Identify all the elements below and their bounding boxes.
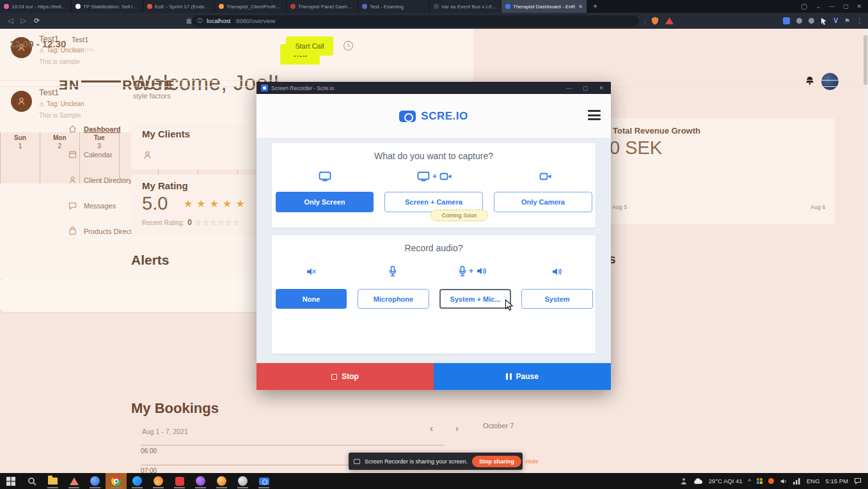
client-person-icon <box>142 150 153 160</box>
browser-tab[interactable]: EoE - Sprint 17 (Ends on Feb 6 <box>143 0 215 13</box>
logo-bar <box>81 81 121 82</box>
alert-note: This is Sample <box>39 112 81 119</box>
menu-icon[interactable] <box>588 110 601 120</box>
address-bar[interactable]: ⓘ localhost:8080/overview <box>191 15 639 27</box>
window-close-icon[interactable]: ✕ <box>856 3 862 10</box>
mic-plus-system-icon: + <box>459 265 486 277</box>
recorder-titlebar[interactable]: Screen Recorder - Scre.io — ▢ ✕ <box>256 82 611 94</box>
close-icon[interactable]: ✕ <box>599 85 604 91</box>
browser-tab[interactable]: Var as Event Bus v Life i Hap <box>430 0 501 13</box>
taskbar-app-triangle[interactable] <box>63 473 84 489</box>
tab-favicon <box>434 4 439 9</box>
extension-icon[interactable] <box>809 18 814 24</box>
taskbar-edge[interactable] <box>127 473 148 489</box>
browser-tab[interactable]: Test - Examing <box>358 0 430 13</box>
warning-extension-icon[interactable] <box>665 17 674 24</box>
tab-close-icon[interactable]: ✕ <box>578 4 583 10</box>
browser-menu-icon[interactable]: ⋮ <box>856 17 863 24</box>
browser-tab-bar: 10:24 eur - https://trello.co TP Stabili… <box>0 0 868 13</box>
tab-title: Therapist_ClientProfile - InFac <box>226 4 282 10</box>
tab-search-icon[interactable]: ⌄ <box>816 3 821 10</box>
calendar-icon <box>68 150 77 159</box>
audio-none-button[interactable]: None <box>276 289 347 309</box>
start-call-button[interactable]: Start Call <box>286 36 333 56</box>
language-indicator[interactable]: ENG <box>807 477 820 485</box>
recent-rating-label: Recent Rating: <box>142 219 184 226</box>
screio-logo-icon <box>399 111 416 122</box>
audio-system-mic-button[interactable]: System + Mic... <box>439 289 511 309</box>
pause-recording-button[interactable]: Pause <box>434 363 611 390</box>
stop-recording-button[interactable]: Stop <box>256 363 434 390</box>
window-minimize-icon[interactable]: — <box>829 3 835 10</box>
site-info-icon[interactable]: ⓘ <box>197 17 203 25</box>
pointer-extension-icon[interactable] <box>821 17 827 25</box>
tray-orange-icon[interactable] <box>768 478 774 484</box>
taskbar-chrome[interactable] <box>106 473 127 489</box>
alerts-heading: Alerts <box>131 252 170 268</box>
recent-rating-stars: ☆☆☆☆☆☆ <box>195 219 241 227</box>
extension-icon[interactable] <box>783 17 790 24</box>
weather-cloud-icon[interactable] <box>693 477 703 485</box>
only-camera-button[interactable]: Only Camera <box>494 192 592 212</box>
action-center-icon[interactable] <box>854 477 862 485</box>
audio-microphone-button[interactable]: Microphone <box>358 289 429 309</box>
window-restore-icon[interactable]: ▢ <box>843 3 849 10</box>
network-icon[interactable] <box>793 478 801 485</box>
warning-icon: ⚠ <box>39 101 44 107</box>
only-screen-button[interactable]: Only Screen <box>276 192 374 212</box>
recorder-header: SCRE.IO <box>256 94 611 139</box>
shield-extension-icon[interactable] <box>651 17 659 25</box>
forward-icon[interactable]: ▷ <box>20 17 26 25</box>
taskbar-app-red[interactable] <box>169 473 190 489</box>
start-button[interactable] <box>0 473 21 489</box>
minimize-icon[interactable]: — <box>566 85 572 91</box>
extension-icon[interactable] <box>796 18 802 24</box>
taskbar-search-icon[interactable] <box>21 473 42 489</box>
user-avatar[interactable] <box>821 73 839 90</box>
screen-recorder-window: Screen Recorder - Scre.io — ▢ ✕ SCRE.IO … <box>256 82 611 390</box>
alert-name: Test1 <box>39 88 59 97</box>
stop-sharing-button[interactable]: Stop sharing <box>472 456 521 467</box>
page-scrollbar[interactable] <box>863 29 868 473</box>
taskbar-app-orange[interactable] <box>211 473 232 489</box>
browser-tab[interactable]: Therapist_ClientProfile - InFac <box>215 0 287 13</box>
weather-text[interactable]: 29°C AQI 41 <box>709 477 743 485</box>
notifications-bell-icon[interactable] <box>805 75 815 86</box>
clock-icon <box>343 40 354 51</box>
browser-tab[interactable]: TP Stabilization: Sell item by sel <box>72 0 143 13</box>
clock[interactable]: 5:15 PM <box>826 477 848 485</box>
extension-icon[interactable]: V <box>833 17 838 24</box>
browser-tab-active[interactable]: Therapist Dashboard - EnR✕ <box>501 0 587 13</box>
new-tab-button[interactable]: + <box>587 0 603 13</box>
hide-banner-button[interactable]: Hide <box>526 458 539 465</box>
taskbar-app-blue[interactable] <box>84 473 106 489</box>
audio-system-button[interactable]: System <box>521 289 593 309</box>
maximize-icon[interactable]: ▢ <box>583 85 588 91</box>
tray-windows-icon[interactable] <box>757 478 762 484</box>
reload-icon[interactable]: ⟳ <box>34 17 40 25</box>
show-hidden-icons[interactable]: ^ <box>748 477 751 485</box>
taskbar-file-explorer[interactable] <box>42 473 63 489</box>
recorder-window-controls: — ▢ ✕ <box>566 85 606 91</box>
tray-person-icon[interactable] <box>681 477 687 485</box>
profile-icon[interactable]: ◯ <box>801 3 807 10</box>
system-tray: 29°C AQI 41 ^ ENG 5:15 PM <box>681 477 868 485</box>
tab-title: Therapist Dashboard - EnR <box>513 4 575 10</box>
back-icon[interactable]: ◁ <box>8 17 13 25</box>
browser-tab[interactable]: Therapist Panel Dashboard - W <box>287 0 358 13</box>
toolbar-divider: | <box>644 17 646 25</box>
taskbar-screen-recorder[interactable] <box>253 473 274 489</box>
scrollbar-thumb[interactable] <box>864 35 867 85</box>
taskbar-app-grey[interactable] <box>232 473 253 489</box>
system-speaker-icon <box>551 267 562 276</box>
browser-tab[interactable]: 10:24 eur - https://trello.co <box>0 0 72 13</box>
rating-stars: ★★★★★ <box>184 198 249 210</box>
flag-icon[interactable]: ⚑ <box>844 17 850 24</box>
volume-icon[interactable] <box>780 478 787 485</box>
tab-favicon <box>219 4 224 9</box>
taskbar-app-purple[interactable] <box>190 473 211 489</box>
bookings-prev-icon[interactable]: ‹ <box>430 423 433 433</box>
taskbar-app-flame[interactable] <box>148 473 169 489</box>
revenue-title: Total Revenue Growth <box>613 126 700 136</box>
bookings-next-icon[interactable]: › <box>455 423 459 433</box>
